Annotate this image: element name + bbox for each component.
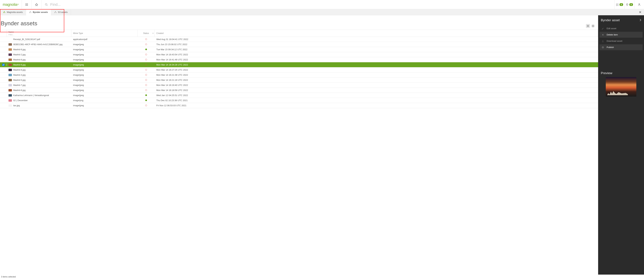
cell-mime: image/jpeg xyxy=(71,68,138,71)
cell-mime: image/jpeg xyxy=(71,74,138,76)
table-row[interactable]: Madrid-8.jpgimage/jpegMon Mar 14 16:18:5… xyxy=(0,88,598,93)
preview-thumbnail[interactable] xyxy=(606,77,636,97)
cell-created: Mon Mar 14 16:41:48 UTC 2022 xyxy=(155,58,598,61)
column-created[interactable]: Created xyxy=(155,30,598,37)
cell-created: Mon Mar 14 16:21:18 UTC 2022 xyxy=(155,79,598,81)
row-checkbox[interactable] xyxy=(2,64,4,66)
publish-action[interactable]: Publish xyxy=(600,44,643,50)
delete-item-action[interactable]: Delete item xyxy=(600,32,643,38)
global-search[interactable] xyxy=(42,0,614,9)
edit-asset-action[interactable]: Edit asset xyxy=(600,25,643,31)
download-icon xyxy=(602,40,604,42)
asset-name: Madrid-8.jpg xyxy=(13,63,26,66)
table-row[interactable]: tax.jpgimage/jpegFri Nov 12 06:53:03 UTC… xyxy=(0,103,598,108)
app-launcher-button[interactable] xyxy=(22,0,32,9)
main-area: Bynder assets xyxy=(0,15,644,275)
column-status[interactable]: Status ▾ xyxy=(138,30,155,37)
brand-text: magnolia xyxy=(3,2,17,7)
cell-mime: image/jpeg xyxy=(71,94,138,97)
row-thumbnail xyxy=(8,99,12,102)
assets-table: Name Mime Type Status ▾ Created Receipt_… xyxy=(0,30,598,275)
column-mime[interactable]: Mime Type xyxy=(71,30,138,37)
cell-mime: image/jpeg xyxy=(71,104,138,107)
chevron-right-icon xyxy=(640,19,641,21)
sort-desc-icon: ▾ xyxy=(152,32,154,34)
cell-mime: image/png xyxy=(71,99,138,102)
svg-point-14 xyxy=(639,3,640,4)
row-thumbnail xyxy=(8,64,12,66)
row-thumbnail xyxy=(8,89,12,91)
grid-view-button[interactable] xyxy=(591,24,595,28)
table-row[interactable]: Receipt_BI_528130147.pdfapplication/pdfW… xyxy=(0,37,598,42)
column-label: Created xyxy=(156,32,596,34)
table-row[interactable]: 0EBD23B1-48CF-4FB2-A843-A41C20B8928C.jpg… xyxy=(0,42,598,47)
cell-name: Madrid-8.jpg xyxy=(7,48,71,51)
selection-status: 3 items selected xyxy=(1,276,16,278)
cell-status xyxy=(138,38,155,40)
content-pane: Bynder assets xyxy=(0,15,598,275)
cell-status xyxy=(138,63,155,66)
table-row[interactable]: Madrid-3.jpgimage/jpegMon Mar 14 16:21:3… xyxy=(0,72,598,78)
search-input[interactable] xyxy=(50,2,611,7)
download-asset-action[interactable]: Download asset xyxy=(600,38,643,44)
cell-created: Mon Mar 14 16:43:54 UTC 2022 xyxy=(155,53,598,56)
tab-magnolia-assets[interactable]: Magnolia assets xyxy=(0,9,26,15)
table-row[interactable]: 02 | Decemberimage/pngThu Dec 02 10:23:3… xyxy=(0,98,598,103)
cell-name: Madrid-2.jpg xyxy=(7,53,71,56)
cell-status xyxy=(138,68,155,71)
preview-label: Preview xyxy=(601,71,641,75)
list-icon xyxy=(586,25,589,27)
cell-mime: image/jpeg xyxy=(71,79,138,81)
expand-panel-button[interactable] xyxy=(640,18,641,22)
table-row[interactable]: Madrid-8.jpgimage/jpegMon Mar 14 16:41:4… xyxy=(0,57,598,62)
table-row[interactable]: Madrid-8.jpgimage/jpegTue Mar 15 09:34:1… xyxy=(0,47,598,52)
asset-name: Receipt_BI_528130147.pdf xyxy=(13,38,40,40)
asset-name: Madrid-8.jpg xyxy=(13,48,26,51)
notifications-button[interactable]: 0 xyxy=(624,0,634,9)
close-icon: ✕ xyxy=(639,10,642,14)
table-row[interactable]: Madrid-2.jpgimage/jpegMon Mar 14 16:43:5… xyxy=(0,52,598,57)
cell-status xyxy=(138,74,155,76)
table-row[interactable]: Madrid-5.jpgimage/jpegMon Mar 14 16:21:1… xyxy=(0,78,598,83)
cell-name: Madrid-8.jpg xyxy=(7,63,71,66)
favorites-button[interactable] xyxy=(32,0,42,9)
status-published-icon xyxy=(145,94,147,96)
tab-s3-assets[interactable]: S3 assets xyxy=(51,9,71,15)
cell-created: Mon Mar 14 16:18:59 UTC 2022 xyxy=(155,89,598,91)
cell-status xyxy=(138,84,155,86)
cell-name: Receipt_BI_528130147.pdf xyxy=(7,38,71,41)
name-filter-input[interactable] xyxy=(8,34,70,36)
cell-status xyxy=(138,48,155,51)
close-app-button[interactable]: ✕ xyxy=(636,10,644,14)
brand-logo[interactable]: magnolia® xyxy=(0,0,22,9)
tasks-badge: 0 xyxy=(620,3,623,6)
status-published-icon xyxy=(145,99,147,101)
table-row[interactable]: Katharina Lehmann | Verwaltungsratimage/… xyxy=(0,93,598,98)
list-view-button[interactable] xyxy=(586,24,590,28)
svg-point-3 xyxy=(26,4,26,5)
tasks-button[interactable]: 0 xyxy=(614,0,624,9)
status-unpublished-icon xyxy=(145,105,147,106)
column-label: Mime Type xyxy=(73,32,136,34)
cell-created: Fri Nov 12 06:53:03 UTC 2021 xyxy=(155,104,598,107)
asset-name: tax.jpg xyxy=(13,104,20,107)
cell-name: Madrid-8.jpg xyxy=(7,58,71,61)
action-label: Edit asset xyxy=(606,27,616,30)
row-thumbnail xyxy=(8,74,12,76)
table-row[interactable]: Madrid-7.jpgimage/jpegMon Mar 14 16:19:4… xyxy=(0,83,598,88)
select-all-checkbox[interactable] xyxy=(0,30,7,37)
cell-name: tax.jpg xyxy=(7,104,71,107)
detail-panel: Bynder asset Edit asset Delete item xyxy=(598,15,644,275)
table-row[interactable]: Madrid-8.jpgimage/jpegMon Mar 14 16:34:2… xyxy=(0,62,598,67)
user-menu-button[interactable] xyxy=(634,0,644,9)
column-name[interactable]: Name xyxy=(7,30,71,37)
svg-line-28 xyxy=(55,11,56,12)
nodes-icon xyxy=(29,11,32,13)
action-label: Delete item xyxy=(606,33,618,36)
svg-point-4 xyxy=(26,4,27,5)
row-checkbox-cell[interactable] xyxy=(0,64,7,66)
table-row[interactable]: Madrid-8.jpgimage/jpegMon Mar 14 16:27:2… xyxy=(0,67,598,72)
cell-created: Thu Jun 23 15:06:02 UTC 2022 xyxy=(155,43,598,46)
tab-bynder-assets[interactable]: Bynder assets xyxy=(26,9,51,15)
svg-point-5 xyxy=(27,4,28,5)
